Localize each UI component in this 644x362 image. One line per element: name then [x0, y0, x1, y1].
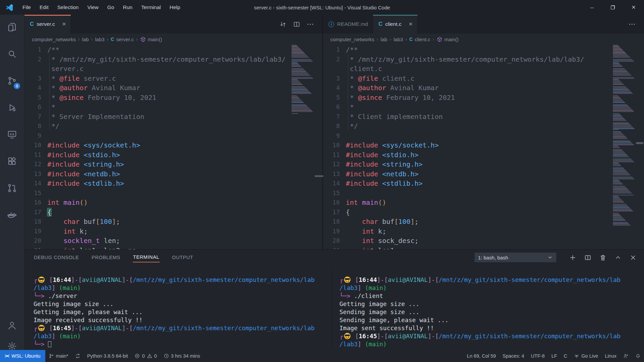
run-and-debug-icon[interactable]	[0, 97, 24, 118]
editor-group-sash[interactable]	[322, 15, 323, 249]
notifications-button[interactable]	[632, 350, 644, 362]
menu-selection[interactable]: Selection	[53, 0, 83, 15]
breadcrumb-item[interactable]: computer_networks	[330, 37, 374, 42]
code-line[interactable]: 17{	[24, 207, 291, 217]
code-line[interactable]: 14#include <stdlib.h>	[24, 179, 291, 188]
remote-explorer-icon[interactable]	[0, 124, 24, 145]
code-line[interactable]: 19 int k;	[323, 227, 613, 236]
cursor-position[interactable]: Ln 69, Col 59	[464, 350, 499, 362]
github-pull-request-icon[interactable]	[0, 178, 24, 198]
minimap[interactable]	[613, 45, 636, 249]
git-branch-status[interactable]: main*	[45, 350, 72, 362]
menu-file[interactable]: File	[18, 0, 35, 15]
code-line[interactable]: 15	[323, 188, 613, 198]
panel-tab-debug-console[interactable]: DEBUG CONSOLE	[34, 253, 79, 262]
feedback-button[interactable]	[620, 350, 632, 362]
language-mode[interactable]: C	[560, 350, 571, 362]
menu-view[interactable]: View	[83, 0, 103, 15]
code-line[interactable]: 1/**	[24, 45, 291, 55]
code-line[interactable]: 10#include <sys/socket.h>	[24, 140, 291, 150]
code-line[interactable]: 6 *	[24, 102, 291, 112]
breadcrumb-item[interactable]: Cclient.c	[409, 37, 430, 42]
code-line[interactable]: 7 * Server Implementation	[24, 112, 291, 122]
more-actions-icon[interactable]: ⋯	[307, 20, 314, 28]
code-line[interactable]: 12#include <string.h>	[24, 160, 291, 169]
code-line[interactable]: 19 int k;	[24, 227, 291, 236]
python-interpreter[interactable]: Python 3.8.5 64-bit	[84, 350, 131, 362]
breadcrumb-item[interactable]: computer_networks	[32, 37, 76, 42]
breadcrumb[interactable]: computer_networks›lab›lab3›Cserver.c›mai…	[24, 34, 322, 45]
time-tracker[interactable]: 3 hrs 34 mins	[160, 350, 204, 362]
split-editor-icon[interactable]	[293, 21, 300, 28]
code-line[interactable]: 20 int sock_desc;	[323, 236, 613, 246]
code-line[interactable]: 11#include <stdio.h>	[323, 150, 613, 160]
close-icon[interactable]: ✕	[623, 0, 644, 15]
code-editor-client[interactable]: 1/**2 * /mnt/z/my_git/sixth-semester/com…	[323, 45, 613, 249]
code-line[interactable]: 13#include <netdb.h>	[24, 169, 291, 179]
terminal-split-sash[interactable]	[332, 270, 332, 347]
code-line[interactable]: 16int main()	[24, 198, 291, 207]
breadcrumb-item[interactable]: lab3	[95, 37, 104, 42]
breadcrumb-item[interactable]: Cserver.c	[111, 37, 134, 42]
code-line[interactable]: 20 socklen_t len;	[24, 236, 291, 246]
code-line[interactable]: 4 * @author Avinal Kumar	[323, 83, 613, 93]
maximize-panel-icon[interactable]	[614, 254, 622, 261]
tab-server-c[interactable]: C server.c ✕	[24, 15, 71, 34]
code-line[interactable]: 6 *	[323, 102, 613, 112]
search-icon[interactable]	[0, 44, 24, 64]
code-line[interactable]: 5 * @since February 10, 2021	[24, 93, 291, 103]
minimize-icon[interactable]: ─	[582, 0, 602, 15]
code-line[interactable]: 18 char buf[100];	[24, 217, 291, 227]
breadcrumb[interactable]: computer_networks›lab›lab3›Cclient.c›mai…	[323, 34, 644, 45]
code-line[interactable]: 21 int len1, len2, ns;	[24, 246, 291, 250]
code-line[interactable]: 9	[323, 131, 613, 141]
code-line[interactable]: client.c	[323, 64, 613, 74]
eol-selector[interactable]: LF	[548, 350, 560, 362]
breadcrumb-item[interactable]: lab	[82, 37, 89, 42]
go-live-button[interactable]: Go Live	[571, 350, 601, 362]
tab-client-c[interactable]: C client.c ✕	[373, 15, 418, 34]
terminal-server[interactable]: ┌ [16:44]-[avii@AVINAL]-[/mnt/z/my_git/s…	[34, 276, 329, 348]
code-line[interactable]: 13#include <netdb.h>	[323, 169, 613, 179]
code-line[interactable]: 8 */	[323, 121, 613, 131]
encoding[interactable]: UTF-8	[528, 350, 548, 362]
code-line[interactable]: 5 * @since February 10, 2021	[323, 93, 613, 103]
code-line[interactable]: 7 * Client implementation	[323, 112, 613, 122]
code-line[interactable]: 11#include <stdio.h>	[24, 150, 291, 160]
close-tab-icon[interactable]: ✕	[62, 21, 66, 27]
accounts-icon[interactable]	[0, 315, 24, 336]
code-line[interactable]: 12#include <string.h>	[323, 160, 613, 169]
source-control-icon[interactable]: 8	[0, 70, 24, 91]
breadcrumb-item[interactable]: main()	[140, 37, 162, 42]
code-line[interactable]: 4 * @author Avinal Kumar	[24, 83, 291, 93]
terminal-client[interactable]: ┌ [16:44]-[avii@AVINAL]-[/mnt/z/my_git/s…	[339, 276, 641, 348]
panel-tab-terminal[interactable]: TERMINAL	[133, 252, 160, 262]
code-line[interactable]: 2 * /mnt/z/my_git/sixth-semester/compute…	[24, 55, 291, 64]
breadcrumb-item[interactable]: main()	[437, 37, 459, 42]
code-line[interactable]: 9	[24, 131, 291, 141]
menu-go[interactable]: Go	[103, 0, 119, 15]
breadcrumb-item[interactable]: lab3	[393, 37, 403, 42]
explorer-icon[interactable]	[0, 17, 24, 38]
split-terminal-icon[interactable]	[584, 254, 591, 261]
docker-icon[interactable]	[0, 204, 24, 225]
code-line[interactable]: 10#include <sys/socket.h>	[323, 140, 613, 150]
scrollbar-thumb[interactable]	[636, 142, 643, 144]
panel-tab-problems[interactable]: PROBLEMS	[91, 253, 120, 262]
menu-terminal[interactable]: Terminal	[137, 0, 165, 15]
indentation[interactable]: Spaces: 4	[499, 350, 528, 362]
close-panel-icon[interactable]	[630, 254, 637, 261]
problems-status[interactable]: 0 0	[131, 350, 160, 362]
panel-tab-output[interactable]: OUTPUT	[172, 253, 194, 262]
more-actions-icon[interactable]: ⋯	[629, 20, 636, 28]
new-terminal-icon[interactable]	[569, 254, 576, 261]
remote-indicator[interactable]: >< WSL: Ubuntu	[0, 350, 45, 362]
code-line[interactable]: server.c	[24, 64, 291, 74]
code-line[interactable]: 17{	[323, 207, 613, 217]
menu-edit[interactable]: Edit	[35, 0, 53, 15]
kill-terminal-icon[interactable]	[599, 254, 606, 261]
code-line[interactable]: 2 * /mnt/z/my_git/sixth-semester/compute…	[323, 55, 613, 64]
restore-icon[interactable]	[602, 0, 623, 15]
sash-handle[interactable]	[315, 175, 323, 177]
code-line[interactable]: 21 int len1;	[323, 246, 613, 250]
